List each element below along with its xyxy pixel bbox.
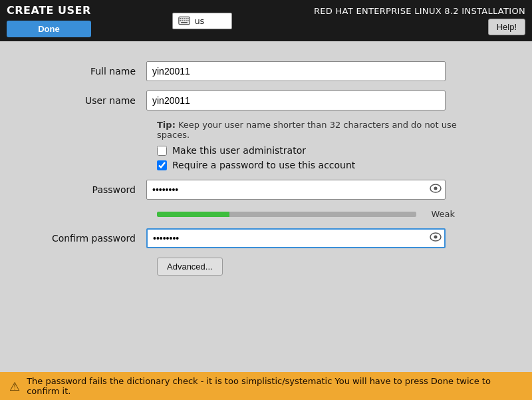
strength-label: Weak [422, 209, 455, 219]
done-button[interactable]: Done [7, 21, 91, 37]
password-req-checkbox-label[interactable]: Require a password to use this account [172, 160, 355, 170]
header-left: CREATE USER Done [7, 4, 91, 37]
svg-rect-11 [181, 22, 188, 23]
user-name-row: User name [40, 91, 492, 110]
full-name-label: Full name [40, 66, 146, 77]
header-right: RED HAT ENTERPRISE LINUX 8.2 INSTALLATIO… [314, 6, 525, 35]
user-name-label: User name [40, 95, 146, 106]
tip-row: Tip: Keep your user name shorter than 32… [157, 120, 492, 140]
svg-point-15 [434, 236, 438, 239]
password-input[interactable] [146, 180, 446, 200]
keyboard-icon [178, 16, 190, 25]
confirm-password-wrapper [146, 228, 446, 248]
svg-rect-3 [184, 18, 186, 19]
password-row: Password [40, 180, 492, 200]
confirm-label: Confirm password [40, 233, 146, 244]
warning-icon: ⚠ [9, 379, 20, 393]
advanced-row: Advanced... [157, 258, 492, 276]
confirm-password-row: Confirm password [40, 228, 492, 248]
password-label: Password [40, 184, 146, 195]
tip-bold: Tip: [157, 120, 176, 130]
svg-rect-8 [184, 20, 186, 21]
warning-text: The password fails the dictionary check … [27, 376, 523, 396]
full-name-input[interactable] [146, 61, 446, 81]
admin-checkbox-label[interactable]: Make this user administrator [172, 145, 306, 156]
password-wrapper [146, 180, 446, 200]
admin-checkbox[interactable] [157, 146, 167, 156]
svg-rect-4 [186, 18, 187, 19]
svg-point-13 [434, 187, 438, 190]
svg-rect-6 [180, 20, 182, 21]
advanced-button[interactable]: Advanced... [157, 258, 223, 276]
svg-rect-7 [182, 20, 184, 21]
user-name-input[interactable] [146, 91, 446, 110]
tip-text: Tip: Keep your user name shorter than 32… [157, 120, 463, 140]
warning-bar: ⚠ The password fails the dictionary chec… [0, 372, 532, 400]
help-button[interactable]: Help! [488, 19, 525, 35]
admin-checkbox-row: Make this user administrator [157, 145, 492, 156]
full-name-row: Full name [40, 61, 492, 81]
svg-rect-9 [186, 20, 187, 21]
password-req-checkbox-row: Require a password to use this account [157, 160, 492, 170]
strength-row: Weak [157, 209, 492, 219]
tip-body: Keep your user name shorter than 32 char… [157, 120, 457, 140]
confirm-eye-icon [430, 232, 442, 242]
svg-rect-1 [180, 18, 182, 19]
password-req-checkbox[interactable] [157, 160, 167, 170]
svg-rect-2 [182, 18, 184, 19]
keyboard-lang-box[interactable]: us [172, 13, 232, 29]
svg-rect-5 [188, 18, 189, 19]
confirm-eye-button[interactable] [430, 232, 442, 244]
rhel-title: RED HAT ENTERPRISE LINUX 8.2 INSTALLATIO… [314, 6, 525, 16]
page-title: CREATE USER [7, 4, 91, 17]
password-eye-button[interactable] [430, 184, 442, 196]
confirm-password-input[interactable] [146, 228, 446, 248]
header-center: us [172, 13, 232, 29]
lang-label: us [194, 16, 204, 26]
strength-bar-bg [157, 212, 416, 217]
header: CREATE USER Done us RED HAT ENTERPRISE L… [0, 0, 532, 41]
svg-rect-10 [188, 20, 189, 21]
eye-icon [430, 184, 442, 193]
main-content: Full name User name Tip: Keep your user … [0, 41, 532, 372]
strength-bar-fill [157, 212, 229, 217]
